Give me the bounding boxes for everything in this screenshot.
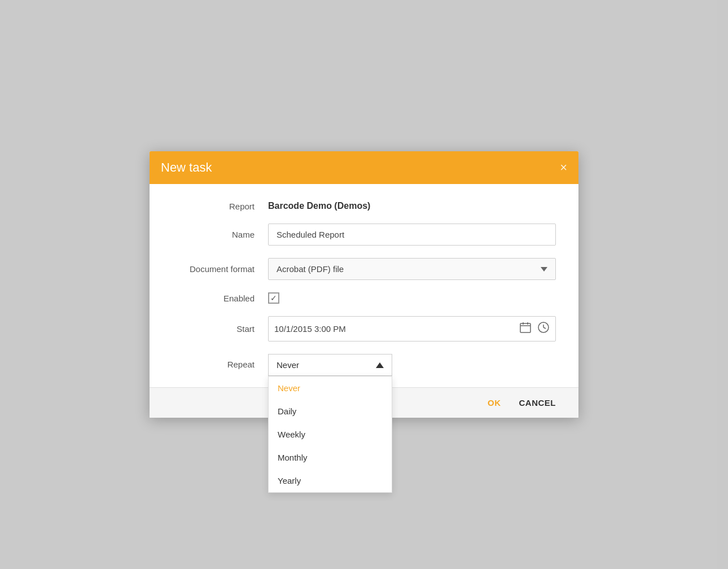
calendar-icon[interactable] (519, 321, 532, 336)
close-button[interactable]: × (560, 161, 567, 174)
repeat-selected-value: Never (277, 360, 299, 370)
start-datetime-text: 10/1/2015 3:00 PM (274, 324, 514, 334)
enabled-checkbox[interactable]: ✓ (268, 292, 279, 304)
repeat-select-wrap: Never Never Daily Weekly Monthly Yearly (268, 354, 392, 376)
start-row: Start 10/1/2015 3:00 PM (172, 316, 556, 342)
ok-button[interactable]: OK (488, 398, 501, 408)
dialog-title: New task (161, 160, 212, 175)
dialog: New task × Report Barcode Demo (Demos) N… (150, 151, 578, 418)
document-format-row: Document format Acrobat (PDF) file Excel… (172, 258, 556, 280)
dialog-body: Report Barcode Demo (Demos) Name Documen… (150, 184, 578, 387)
report-value: Barcode Demo (Demos) (268, 201, 370, 211)
checkmark-icon: ✓ (270, 294, 277, 303)
dialog-header: New task × (150, 151, 578, 184)
repeat-label: Repeat (172, 354, 268, 369)
repeat-dropdown: Never Daily Weekly Monthly Yearly (268, 376, 392, 493)
document-format-label: Document format (172, 264, 268, 274)
report-label: Report (172, 202, 268, 211)
name-label: Name (172, 230, 268, 239)
enabled-label: Enabled (172, 294, 268, 303)
repeat-option-daily[interactable]: Daily (269, 400, 392, 423)
start-label: Start (172, 324, 268, 334)
svg-rect-0 (520, 323, 530, 332)
enabled-checkbox-wrapper[interactable]: ✓ (268, 292, 556, 304)
report-row: Report Barcode Demo (Demos) (172, 201, 556, 211)
repeat-select-display[interactable]: Never (268, 354, 392, 376)
repeat-arrow-up-icon (376, 360, 384, 370)
clock-icon[interactable] (537, 321, 550, 336)
cancel-button[interactable]: CANCEL (519, 398, 556, 408)
repeat-option-monthly[interactable]: Monthly (269, 446, 392, 469)
enabled-row: Enabled ✓ (172, 292, 556, 304)
name-input[interactable] (268, 224, 556, 246)
name-row: Name (172, 224, 556, 246)
repeat-option-weekly[interactable]: Weekly (269, 423, 392, 446)
repeat-option-yearly[interactable]: Yearly (269, 469, 392, 492)
svg-line-6 (543, 327, 546, 329)
dialog-overlay: New task × Report Barcode Demo (Demos) N… (0, 0, 728, 569)
document-format-select[interactable]: Acrobat (PDF) file Excel Word HTML (268, 258, 556, 280)
repeat-row: Repeat Never Never Daily Weekly (172, 354, 556, 376)
repeat-option-never[interactable]: Never (269, 377, 392, 400)
start-datetime-wrap: 10/1/2015 3:00 PM (268, 316, 556, 342)
